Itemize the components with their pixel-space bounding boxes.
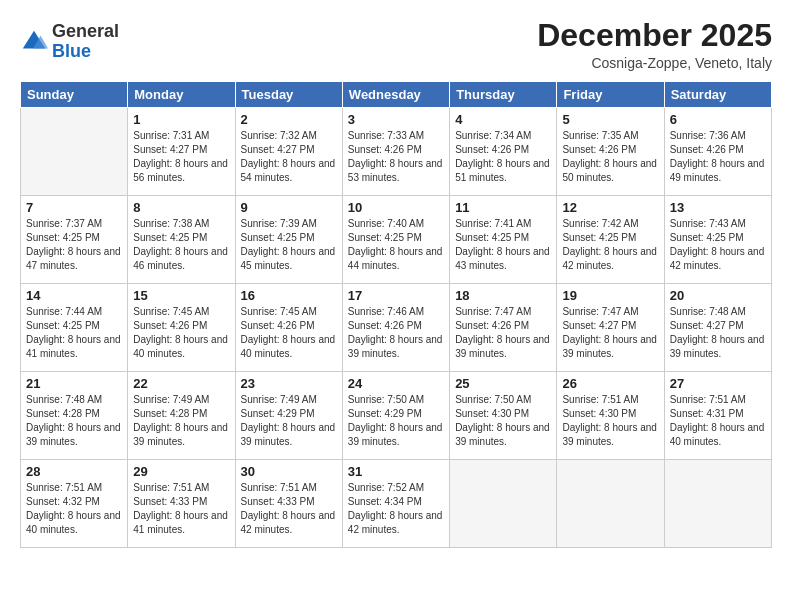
day-number: 4 (455, 112, 551, 127)
weekday-header-thursday: Thursday (450, 82, 557, 108)
day-number: 7 (26, 200, 122, 215)
calendar-cell: 9Sunrise: 7:39 AMSunset: 4:25 PMDaylight… (235, 196, 342, 284)
calendar-cell: 25Sunrise: 7:50 AMSunset: 4:30 PMDayligh… (450, 372, 557, 460)
calendar-cell (557, 460, 664, 548)
calendar-cell: 11Sunrise: 7:41 AMSunset: 4:25 PMDayligh… (450, 196, 557, 284)
calendar-cell: 30Sunrise: 7:51 AMSunset: 4:33 PMDayligh… (235, 460, 342, 548)
calendar-cell (450, 460, 557, 548)
calendar-cell: 6Sunrise: 7:36 AMSunset: 4:26 PMDaylight… (664, 108, 771, 196)
day-number: 31 (348, 464, 444, 479)
cell-info: Sunrise: 7:51 AMSunset: 4:33 PMDaylight:… (133, 481, 229, 537)
weekday-header-saturday: Saturday (664, 82, 771, 108)
day-number: 14 (26, 288, 122, 303)
cell-info: Sunrise: 7:43 AMSunset: 4:25 PMDaylight:… (670, 217, 766, 273)
cell-info: Sunrise: 7:33 AMSunset: 4:26 PMDaylight:… (348, 129, 444, 185)
cell-info: Sunrise: 7:48 AMSunset: 4:28 PMDaylight:… (26, 393, 122, 449)
calendar-cell: 27Sunrise: 7:51 AMSunset: 4:31 PMDayligh… (664, 372, 771, 460)
calendar-cell: 20Sunrise: 7:48 AMSunset: 4:27 PMDayligh… (664, 284, 771, 372)
calendar-cell: 10Sunrise: 7:40 AMSunset: 4:25 PMDayligh… (342, 196, 449, 284)
week-row-4: 28Sunrise: 7:51 AMSunset: 4:32 PMDayligh… (21, 460, 772, 548)
calendar-cell: 31Sunrise: 7:52 AMSunset: 4:34 PMDayligh… (342, 460, 449, 548)
day-number: 17 (348, 288, 444, 303)
calendar-cell (21, 108, 128, 196)
cell-info: Sunrise: 7:40 AMSunset: 4:25 PMDaylight:… (348, 217, 444, 273)
header: General Blue December 2025 Cosniga-Zoppe… (20, 18, 772, 71)
weekday-header-row: SundayMondayTuesdayWednesdayThursdayFrid… (21, 82, 772, 108)
cell-info: Sunrise: 7:49 AMSunset: 4:28 PMDaylight:… (133, 393, 229, 449)
calendar-cell: 29Sunrise: 7:51 AMSunset: 4:33 PMDayligh… (128, 460, 235, 548)
cell-info: Sunrise: 7:31 AMSunset: 4:27 PMDaylight:… (133, 129, 229, 185)
calendar-cell (664, 460, 771, 548)
cell-info: Sunrise: 7:52 AMSunset: 4:34 PMDaylight:… (348, 481, 444, 537)
cell-info: Sunrise: 7:50 AMSunset: 4:29 PMDaylight:… (348, 393, 444, 449)
calendar-cell: 23Sunrise: 7:49 AMSunset: 4:29 PMDayligh… (235, 372, 342, 460)
week-row-0: 1Sunrise: 7:31 AMSunset: 4:27 PMDaylight… (21, 108, 772, 196)
day-number: 18 (455, 288, 551, 303)
cell-info: Sunrise: 7:51 AMSunset: 4:30 PMDaylight:… (562, 393, 658, 449)
logo: General Blue (20, 22, 119, 62)
page: General Blue December 2025 Cosniga-Zoppe… (0, 0, 792, 612)
day-number: 22 (133, 376, 229, 391)
logo-blue-text: Blue (52, 41, 91, 61)
cell-info: Sunrise: 7:47 AMSunset: 4:27 PMDaylight:… (562, 305, 658, 361)
cell-info: Sunrise: 7:37 AMSunset: 4:25 PMDaylight:… (26, 217, 122, 273)
day-number: 9 (241, 200, 337, 215)
day-number: 26 (562, 376, 658, 391)
calendar-cell: 18Sunrise: 7:47 AMSunset: 4:26 PMDayligh… (450, 284, 557, 372)
calendar-cell: 12Sunrise: 7:42 AMSunset: 4:25 PMDayligh… (557, 196, 664, 284)
cell-info: Sunrise: 7:44 AMSunset: 4:25 PMDaylight:… (26, 305, 122, 361)
day-number: 8 (133, 200, 229, 215)
day-number: 23 (241, 376, 337, 391)
cell-info: Sunrise: 7:51 AMSunset: 4:33 PMDaylight:… (241, 481, 337, 537)
cell-info: Sunrise: 7:46 AMSunset: 4:26 PMDaylight:… (348, 305, 444, 361)
day-number: 16 (241, 288, 337, 303)
location-title: Cosniga-Zoppe, Veneto, Italy (537, 55, 772, 71)
week-row-2: 14Sunrise: 7:44 AMSunset: 4:25 PMDayligh… (21, 284, 772, 372)
cell-info: Sunrise: 7:51 AMSunset: 4:31 PMDaylight:… (670, 393, 766, 449)
week-row-1: 7Sunrise: 7:37 AMSunset: 4:25 PMDaylight… (21, 196, 772, 284)
weekday-header-friday: Friday (557, 82, 664, 108)
cell-info: Sunrise: 7:48 AMSunset: 4:27 PMDaylight:… (670, 305, 766, 361)
logo-icon (20, 28, 48, 56)
day-number: 27 (670, 376, 766, 391)
weekday-header-tuesday: Tuesday (235, 82, 342, 108)
weekday-header-wednesday: Wednesday (342, 82, 449, 108)
weekday-header-sunday: Sunday (21, 82, 128, 108)
day-number: 2 (241, 112, 337, 127)
month-title: December 2025 (537, 18, 772, 53)
calendar-cell: 21Sunrise: 7:48 AMSunset: 4:28 PMDayligh… (21, 372, 128, 460)
day-number: 19 (562, 288, 658, 303)
calendar-cell: 4Sunrise: 7:34 AMSunset: 4:26 PMDaylight… (450, 108, 557, 196)
calendar-cell: 28Sunrise: 7:51 AMSunset: 4:32 PMDayligh… (21, 460, 128, 548)
cell-info: Sunrise: 7:47 AMSunset: 4:26 PMDaylight:… (455, 305, 551, 361)
day-number: 6 (670, 112, 766, 127)
day-number: 29 (133, 464, 229, 479)
logo-general-text: General (52, 21, 119, 41)
title-block: December 2025 Cosniga-Zoppe, Veneto, Ita… (537, 18, 772, 71)
day-number: 5 (562, 112, 658, 127)
calendar-table: SundayMondayTuesdayWednesdayThursdayFrid… (20, 81, 772, 548)
day-number: 20 (670, 288, 766, 303)
calendar-cell: 3Sunrise: 7:33 AMSunset: 4:26 PMDaylight… (342, 108, 449, 196)
calendar-cell: 13Sunrise: 7:43 AMSunset: 4:25 PMDayligh… (664, 196, 771, 284)
day-number: 13 (670, 200, 766, 215)
cell-info: Sunrise: 7:34 AMSunset: 4:26 PMDaylight:… (455, 129, 551, 185)
cell-info: Sunrise: 7:32 AMSunset: 4:27 PMDaylight:… (241, 129, 337, 185)
day-number: 24 (348, 376, 444, 391)
calendar-cell: 14Sunrise: 7:44 AMSunset: 4:25 PMDayligh… (21, 284, 128, 372)
day-number: 10 (348, 200, 444, 215)
cell-info: Sunrise: 7:45 AMSunset: 4:26 PMDaylight:… (241, 305, 337, 361)
day-number: 28 (26, 464, 122, 479)
cell-info: Sunrise: 7:39 AMSunset: 4:25 PMDaylight:… (241, 217, 337, 273)
day-number: 12 (562, 200, 658, 215)
calendar-cell: 5Sunrise: 7:35 AMSunset: 4:26 PMDaylight… (557, 108, 664, 196)
calendar-cell: 1Sunrise: 7:31 AMSunset: 4:27 PMDaylight… (128, 108, 235, 196)
calendar-cell: 26Sunrise: 7:51 AMSunset: 4:30 PMDayligh… (557, 372, 664, 460)
calendar-cell: 19Sunrise: 7:47 AMSunset: 4:27 PMDayligh… (557, 284, 664, 372)
week-row-3: 21Sunrise: 7:48 AMSunset: 4:28 PMDayligh… (21, 372, 772, 460)
day-number: 30 (241, 464, 337, 479)
cell-info: Sunrise: 7:49 AMSunset: 4:29 PMDaylight:… (241, 393, 337, 449)
calendar-cell: 2Sunrise: 7:32 AMSunset: 4:27 PMDaylight… (235, 108, 342, 196)
calendar-cell: 8Sunrise: 7:38 AMSunset: 4:25 PMDaylight… (128, 196, 235, 284)
cell-info: Sunrise: 7:50 AMSunset: 4:30 PMDaylight:… (455, 393, 551, 449)
